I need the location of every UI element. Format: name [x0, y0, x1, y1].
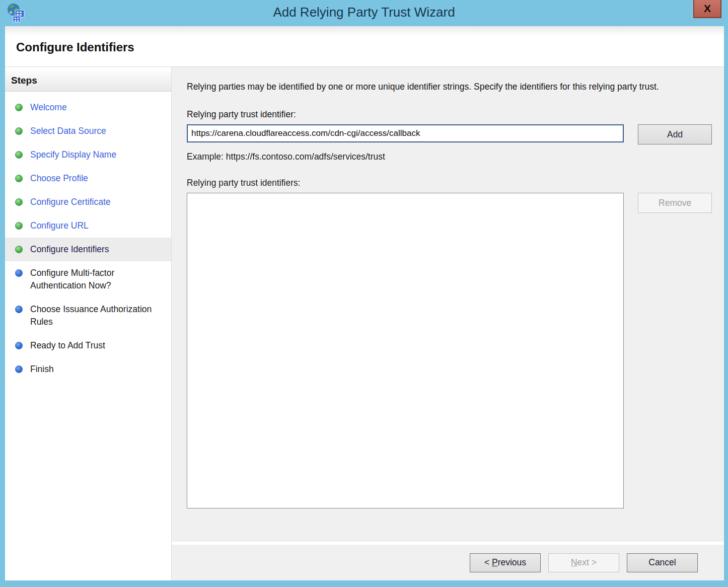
step-choose-issuance-rules[interactable]: Choose Issuance Authorization Rules	[5, 298, 171, 334]
wizard-frame: Configure Identifiers Steps Welcome Sele…	[5, 26, 724, 580]
next-button[interactable]: Next >	[548, 553, 619, 572]
step-status-icon	[15, 365, 23, 373]
remove-button[interactable]: Remove	[638, 193, 712, 213]
content-pane: Relying parties may be identified by one…	[172, 67, 724, 580]
step-welcome[interactable]: Welcome	[5, 96, 171, 119]
step-finish[interactable]: Finish	[5, 357, 171, 381]
identifier-row: Add	[187, 124, 712, 144]
content-inner: Relying parties may be identified by one…	[172, 67, 724, 542]
step-configure-certificate[interactable]: Configure Certificate	[5, 190, 171, 214]
window-title: Add Relying Party Trust Wizard	[0, 5, 728, 20]
step-configure-mfa[interactable]: Configure Multi-factor Authentication No…	[5, 261, 171, 298]
step-specify-display-name[interactable]: Specify Display Name	[5, 143, 171, 167]
wizard-body: Steps Welcome Select Data Source Specify…	[5, 67, 724, 580]
step-configure-url[interactable]: Configure URL	[5, 214, 171, 238]
titlebar: Add Relying Party Trust Wizard X	[0, 0, 728, 26]
step-select-data-source[interactable]: Select Data Source	[5, 119, 171, 143]
page-header: Configure Identifiers	[5, 26, 724, 67]
cancel-button[interactable]: Cancel	[627, 553, 698, 572]
add-button[interactable]: Add	[638, 124, 712, 144]
identifiers-list-label: Relying party trust identifiers:	[187, 178, 712, 188]
footer-bar: < Previous Next > Cancel	[172, 542, 724, 580]
wizard-window: Add Relying Party Trust Wizard X Configu…	[0, 0, 728, 587]
identifier-label: Relying party trust identifier:	[187, 109, 712, 120]
step-status-icon	[15, 306, 23, 313]
identifiers-listbox[interactable]	[187, 193, 624, 508]
step-status-icon	[15, 246, 23, 253]
step-ready-to-add-trust[interactable]: Ready to Add Trust	[5, 334, 171, 357]
identifier-input[interactable]	[187, 124, 624, 142]
step-status-icon	[15, 222, 23, 230]
steps-sidebar: Steps Welcome Select Data Source Specify…	[5, 67, 172, 580]
step-status-icon	[15, 127, 23, 135]
step-configure-identifiers[interactable]: Configure Identifiers	[5, 238, 171, 261]
step-status-icon	[15, 175, 23, 182]
identifiers-row: Remove	[187, 193, 712, 508]
previous-button[interactable]: < Previous	[470, 553, 541, 572]
step-status-icon	[15, 342, 23, 349]
steps-list: Welcome Select Data Source Specify Displ…	[5, 96, 171, 381]
step-status-icon	[15, 151, 23, 159]
page-title: Configure Identifiers	[5, 26, 724, 54]
steps-heading: Steps	[5, 70, 171, 92]
step-choose-profile[interactable]: Choose Profile	[5, 167, 171, 190]
step-status-icon	[15, 104, 23, 111]
step-status-icon	[15, 198, 23, 206]
intro-text: Relying parties may be identified by one…	[187, 80, 705, 94]
example-text: Example: https://fs.contoso.com/adfs/ser…	[187, 152, 712, 162]
step-status-icon	[15, 269, 23, 277]
close-button[interactable]: X	[693, 0, 721, 18]
